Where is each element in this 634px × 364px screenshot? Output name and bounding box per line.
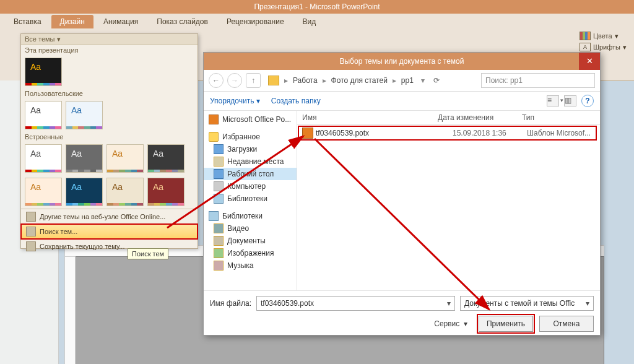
theme-thumb[interactable]: Aa: [147, 144, 185, 173]
section-builtin: Встроенные: [21, 132, 198, 142]
nav-up-button[interactable]: ↑: [246, 73, 261, 88]
powerpoint-icon: [209, 115, 219, 124]
star-icon: [209, 132, 219, 142]
documents-icon: [214, 236, 224, 246]
theme-thumb[interactable]: Aa: [147, 178, 185, 206]
dialog-nav: ← → ↑ ▸Работа ▸Фото для статей ▸pp1 ▾ ⟳ …: [204, 70, 600, 92]
theme-thumb[interactable]: Aa: [25, 144, 62, 173]
service-menu[interactable]: Сервис ▾: [434, 319, 467, 328]
tree-item[interactable]: Библиотеки: [204, 193, 297, 205]
tree-item[interactable]: Недавние места: [204, 155, 297, 168]
globe-icon: [26, 212, 36, 222]
dialog-title: Выбор темы или документа с темой ✕: [204, 53, 600, 70]
nav-forward-button[interactable]: →: [227, 73, 242, 88]
organize-button[interactable]: Упорядочить ▾: [210, 97, 260, 105]
col-date[interactable]: Дата изменения: [433, 113, 517, 122]
fonts-button[interactable]: A Шрифты ▾: [577, 42, 629, 52]
file-name: tf03460539.potx: [316, 129, 453, 137]
tab-view[interactable]: Вид: [294, 15, 325, 28]
breadcrumb-part[interactable]: Работа: [293, 76, 318, 85]
col-name[interactable]: Имя: [297, 113, 433, 122]
more-themes-online-link[interactable]: Другие темы на веб-узле Office Online...: [21, 209, 198, 224]
libraries-icon: [209, 211, 219, 221]
potx-file-icon: [302, 128, 313, 139]
refresh-button[interactable]: ⟳: [431, 76, 442, 85]
file-list[interactable]: Имя Дата изменения Тип tf03460539.potx 1…: [297, 111, 600, 290]
new-folder-button[interactable]: Создать папку: [271, 97, 321, 105]
recent-icon: [214, 157, 224, 167]
theme-thumb[interactable]: Aa: [106, 144, 144, 173]
file-dialog: Выбор темы или документа с темой ✕ ← → ↑…: [203, 52, 601, 336]
section-custom: Пользовательские: [21, 89, 198, 98]
theme-thumb[interactable]: Aa: [25, 58, 62, 86]
file-date: 15.09.2018 1:36: [453, 129, 527, 137]
tree-item[interactable]: Загрузки: [204, 143, 297, 155]
desktop-icon: [214, 169, 224, 179]
tree-item[interactable]: Компьютер: [204, 180, 297, 193]
ribbon-tabs: Вставка Дизайн Анимация Показ слайдов Ре…: [0, 14, 634, 29]
filetype-filter[interactable]: Документы с темой и темы Offic: [460, 296, 594, 311]
app-title: Презентация1 - Microsoft PowerPoint: [0, 0, 634, 14]
tab-insert[interactable]: Вставка: [5, 15, 50, 28]
tree-item[interactable]: Видео: [204, 222, 297, 235]
tooltip: Поиск тем: [128, 248, 168, 259]
tab-design[interactable]: Дизайн: [51, 15, 93, 28]
music-icon: [214, 261, 224, 271]
cancel-button[interactable]: Отмена: [539, 316, 594, 332]
save-icon: [26, 241, 36, 251]
downloads-icon: [214, 144, 224, 154]
all-themes-header[interactable]: Все темы ▾: [21, 34, 198, 45]
save-current-theme-link[interactable]: Сохранить текущую тему...: [21, 239, 198, 254]
theme-thumb[interactable]: Aa: [66, 144, 103, 173]
ruler-vertical: [64, 256, 77, 364]
dialog-toolbar: Упорядочить ▾ Создать папку ≡▾ ▥ ?: [204, 92, 600, 111]
tree-item[interactable]: Избранное: [204, 131, 297, 143]
col-type[interactable]: Тип: [517, 113, 600, 122]
colors-button[interactable]: Цвета ▾: [577, 31, 629, 41]
folder-tree[interactable]: Microsoft Office Po... Избранное Загрузк…: [204, 111, 297, 290]
file-row[interactable]: tf03460539.potx 15.09.2018 1:36 Шаблон M…: [298, 126, 596, 140]
tab-review[interactable]: Рецензирование: [218, 15, 293, 28]
tree-item[interactable]: Библиотеки: [204, 210, 297, 222]
help-button[interactable]: ?: [581, 95, 594, 107]
ribbon-right-group: Цвета ▾ A Шрифты ▾ Стили Скрыт: [577, 31, 629, 52]
video-icon: [214, 223, 224, 233]
theme-thumb[interactable]: Aa: [66, 101, 103, 129]
theme-thumb[interactable]: Aa: [106, 178, 144, 206]
libraries-icon: [214, 194, 224, 204]
list-header[interactable]: Имя Дата изменения Тип: [297, 111, 600, 125]
folder-search-icon: [26, 227, 36, 236]
tab-animation[interactable]: Анимация: [95, 15, 147, 28]
theme-thumb[interactable]: Aa: [25, 101, 62, 129]
nav-back-button[interactable]: ←: [209, 73, 224, 88]
colors-label: Цвета: [593, 32, 612, 40]
tree-item[interactable]: Изображения: [204, 247, 297, 259]
close-button[interactable]: ✕: [579, 53, 600, 70]
apply-button[interactable]: Применить: [479, 316, 533, 332]
breadcrumb-part[interactable]: Фото для статей: [331, 76, 388, 85]
view-options-button[interactable]: ≡▾: [547, 95, 559, 106]
tab-slideshow[interactable]: Показ слайдов: [148, 15, 217, 28]
filename-label: Имя файла:: [210, 299, 251, 308]
computer-icon: [214, 181, 224, 191]
images-icon: [214, 248, 224, 258]
file-type: Шаблон Microsof...: [527, 129, 596, 137]
tree-item[interactable]: Документы: [204, 235, 297, 247]
tree-item[interactable]: Microsoft Office Po...: [204, 113, 297, 126]
folder-icon: [268, 76, 279, 85]
filename-input[interactable]: tf03460539.potx: [256, 296, 455, 311]
breadcrumb-part[interactable]: pp1: [401, 76, 414, 85]
theme-thumb[interactable]: Aa: [25, 178, 62, 206]
themes-dropdown: Все темы ▾ Эта презентация Aa Пользовате…: [20, 33, 198, 249]
tree-item[interactable]: Музыка: [204, 259, 297, 272]
tree-item[interactable]: Рабочий стол: [204, 168, 297, 180]
section-this-presentation: Эта презентация: [21, 45, 198, 55]
fonts-label: Шрифты: [593, 43, 620, 51]
theme-thumb[interactable]: Aa: [66, 178, 103, 206]
browse-themes-link[interactable]: Поиск тем...: [21, 224, 198, 239]
preview-pane-button[interactable]: ▥: [564, 95, 576, 106]
search-input[interactable]: Поиск: pp1: [481, 73, 595, 88]
